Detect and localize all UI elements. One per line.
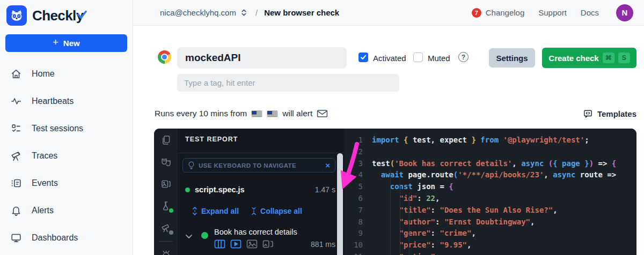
indent-guide — [409, 193, 409, 255]
sidebar-item-traces[interactable]: Traces — [0, 142, 133, 169]
sidebar-item-heartbeats[interactable]: Heartbeats — [0, 87, 133, 115]
new-button[interactable]: + New — [5, 34, 127, 52]
create-check-label: Create check — [548, 54, 598, 63]
collapse-all-button[interactable]: Collapse all — [251, 207, 302, 215]
breadcrumb-separator: / — [255, 8, 258, 17]
new-button-label: New — [63, 39, 80, 48]
code-line: 9 "genre": "crime", — [344, 228, 636, 239]
code-bubble-icon — [583, 109, 593, 119]
tag-input[interactable] — [177, 74, 399, 92]
trace-telescope-icon[interactable] — [160, 222, 172, 234]
create-check-button[interactable]: Create check ⌘ S — [542, 48, 636, 68]
screenshot-icon[interactable] — [246, 239, 258, 249]
avatar[interactable]: N — [616, 4, 633, 21]
expand-all-button[interactable]: Expand all — [192, 207, 239, 215]
home-icon — [10, 68, 22, 80]
test-report-section: TEST REPORT USE KEYBOARD TO NAVIGATE × s… — [178, 129, 344, 255]
report-icon-rail — [154, 129, 178, 255]
code-line: 5 const json = { — [344, 181, 636, 193]
sidebar-nav: Home Heartbeats Test sessions Traces Eve… — [0, 60, 133, 251]
sidebar-item-label: Heartbeats — [32, 96, 74, 106]
app: Checkly + New Home Heartbeats Test sessi… — [0, 0, 644, 255]
changelog-link[interactable]: Changelog — [486, 8, 525, 17]
test-case-name: Book has correct details — [214, 228, 297, 236]
gallery-icon[interactable] — [160, 178, 172, 190]
indent-guide — [400, 181, 400, 255]
checklist-icon — [10, 123, 22, 134]
checkly-raccoon-icon — [6, 5, 27, 26]
chevron-down-icon[interactable] — [185, 234, 193, 239]
plus-icon: + — [53, 37, 58, 48]
keyboard-hint-banner: USE KEYBOARD TO NAVIGATE × — [182, 158, 335, 172]
code-lines: 1import { test, expect } from '@playwrig… — [344, 134, 636, 255]
close-icon[interactable]: × — [325, 161, 330, 169]
activated-checkbox[interactable] — [358, 52, 368, 62]
columns-icon[interactable] — [214, 239, 225, 249]
page-title: New browser check — [264, 8, 339, 17]
event-list-icon — [10, 177, 22, 189]
scrollbar-thumb[interactable] — [337, 153, 343, 255]
expand-collapse-row: Expand all Collapse all — [192, 207, 302, 215]
trace-status-dot — [169, 230, 173, 235]
pass-status-dot — [185, 188, 190, 192]
code-line: 10 "price": "9.95", — [344, 239, 636, 251]
test-case-artifacts — [214, 239, 274, 249]
account-switcher[interactable]: nica@checklyhq.com — [160, 8, 248, 17]
lightbulb-icon — [188, 161, 195, 169]
check-name-input[interactable] — [177, 47, 347, 69]
code-line: 1import { test, expect } from '@playwrig… — [344, 134, 636, 146]
expand-icon — [192, 207, 198, 215]
spec-file-row[interactable]: script.spec.js 1.47 s — [185, 184, 335, 196]
sidebar-item-test-sessions[interactable]: Test sessions — [0, 115, 133, 142]
sidebar: Checkly + New Home Heartbeats Test sessi… — [0, 0, 133, 255]
test-report-panel: TEST REPORT USE KEYBOARD TO NAVIGATE × s… — [154, 129, 636, 255]
us-flag-icon — [267, 110, 278, 117]
collapse-icon — [251, 207, 257, 215]
heartbeat-icon — [10, 95, 22, 107]
checkly-wordmark: Checkly — [32, 8, 84, 24]
flask-icon[interactable] — [160, 200, 172, 212]
pages-icon[interactable] — [160, 134, 172, 146]
keyboard-hint-text: USE KEYBOARD TO NAVIGATE — [199, 162, 321, 169]
templates-label: Templates — [597, 109, 636, 118]
chrome-browser-icon — [158, 50, 171, 64]
telescope-icon — [10, 150, 22, 162]
support-link[interactable]: Support — [538, 8, 567, 17]
sidebar-item-label: Home — [32, 69, 55, 79]
flask-status-dot — [169, 208, 173, 213]
code-line: 11 "rating": — [344, 251, 636, 255]
activated-label: Activated — [373, 54, 406, 63]
chevron-updown-icon — [240, 8, 248, 17]
settings-button[interactable]: Settings — [489, 48, 535, 68]
templates-button[interactable]: Templates — [583, 107, 636, 120]
code-line: 8 "author": "Ernst Doubtingway", — [344, 216, 636, 228]
bell-icon — [10, 205, 22, 216]
docs-link[interactable]: Docs — [581, 8, 599, 17]
bug-icon[interactable] — [160, 249, 172, 255]
test-pass-dot — [201, 232, 208, 239]
code-editor: 1import { test, expect } from '@playwrig… — [344, 129, 636, 255]
brand-checkmark-icon — [77, 11, 87, 19]
sidebar-item-label: Test sessions — [32, 124, 83, 133]
sidebar-item-label: Traces — [32, 151, 57, 161]
brand-logo[interactable]: Checkly — [0, 0, 133, 29]
schedule-summary: Runs every 10 mins from will alert — [155, 107, 328, 120]
changelog-count-badge: 7 — [472, 8, 481, 18]
report-title: TEST REPORT — [185, 136, 238, 143]
sidebar-item-label: Alerts — [32, 206, 54, 215]
video-icon[interactable] — [230, 239, 241, 249]
help-icon[interactable]: ? — [458, 52, 469, 62]
topbar: nica@checklyhq.com / New browser check 7… — [133, 0, 644, 26]
code-line: 7 "title": "Does the Sun Also Rise?", — [344, 205, 636, 216]
main-content: Activated Muted ? Settings Create check … — [133, 26, 644, 255]
sidebar-item-home[interactable]: Home — [0, 60, 133, 87]
sidebar-item-events[interactable]: Events — [0, 169, 133, 197]
email-envelope-icon — [317, 109, 328, 118]
test-case-duration: 881 ms — [311, 240, 335, 249]
right-column: nica@checklyhq.com / New browser check 7… — [133, 0, 644, 255]
muted-checkbox[interactable] — [413, 52, 423, 62]
sidebar-item-alerts[interactable]: Alerts — [0, 197, 133, 224]
sidebar-item-dashboards[interactable]: Dashboards — [0, 224, 133, 251]
theater-masks-icon[interactable] — [160, 156, 172, 168]
compare-images-icon[interactable] — [262, 239, 274, 249]
